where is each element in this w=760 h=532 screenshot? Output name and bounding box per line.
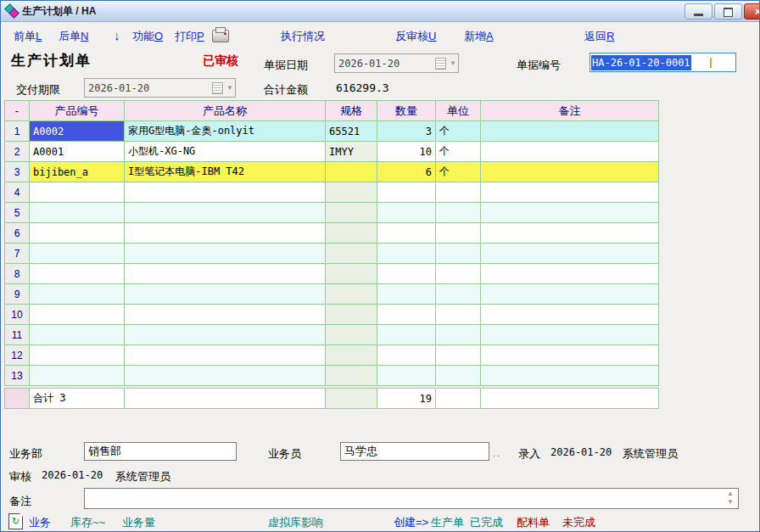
cell-note[interactable]	[481, 244, 659, 264]
cell-product-code[interactable]: A0001	[30, 142, 125, 162]
row-number[interactable]: 8	[5, 264, 30, 284]
cell-unit[interactable]	[436, 305, 481, 325]
cell-unit[interactable]	[436, 345, 481, 366]
link-business-volume[interactable]: 业务量	[122, 515, 155, 530]
link-create[interactable]: 创建=>	[394, 515, 428, 530]
toolbar-add-new[interactable]: 新增A	[464, 29, 494, 44]
cell-unit[interactable]: 个	[436, 162, 481, 182]
close-button[interactable]: ×	[744, 3, 760, 20]
cell-product-code[interactable]: bijiben_a	[30, 162, 125, 182]
cell-product-code[interactable]	[30, 366, 125, 386]
cell-product-code[interactable]	[30, 325, 125, 345]
cell-note[interactable]	[481, 182, 659, 203]
cell-spec[interactable]	[326, 162, 377, 182]
cell-qty[interactable]	[377, 264, 436, 284]
row-number[interactable]: 4	[5, 182, 30, 203]
cell-spec[interactable]	[326, 182, 377, 203]
cell-note[interactable]	[481, 345, 659, 366]
row-number[interactable]: 1	[5, 121, 30, 142]
cell-qty[interactable]	[377, 244, 436, 264]
cell-unit[interactable]	[436, 203, 481, 223]
cell-qty[interactable]: 10	[377, 142, 436, 162]
link-inventory[interactable]: 库存~~	[70, 515, 105, 530]
cell-qty[interactable]	[377, 325, 436, 345]
row-number[interactable]: 12	[5, 345, 30, 366]
row-number[interactable]: 9	[5, 284, 30, 305]
cell-note[interactable]	[481, 142, 659, 162]
refresh-doc-icon[interactable]: ↻	[8, 513, 23, 529]
cell-unit[interactable]	[436, 366, 481, 386]
row-number[interactable]: 2	[5, 142, 30, 162]
cell-product-name[interactable]	[125, 345, 326, 366]
cell-note[interactable]	[481, 264, 659, 284]
cell-note[interactable]	[481, 284, 659, 305]
col-header-rownum[interactable]: -	[5, 101, 30, 121]
cell-product-name[interactable]	[125, 366, 326, 386]
cell-spec[interactable]	[326, 325, 377, 345]
col-header-product-code[interactable]: 产品编号	[30, 101, 125, 121]
cell-product-code[interactable]	[30, 284, 125, 305]
cell-product-name[interactable]	[125, 264, 326, 284]
cell-unit[interactable]	[436, 325, 481, 345]
cell-product-name[interactable]	[125, 284, 326, 305]
browse-dots[interactable]: ..	[493, 448, 501, 458]
cell-product-name[interactable]	[125, 325, 326, 345]
chevron-down-icon[interactable]: ▼	[226, 84, 233, 92]
cell-product-code[interactable]	[30, 182, 125, 203]
deadline-field[interactable]: 2026-01-20 ▼	[84, 78, 236, 98]
row-number[interactable]: 3	[5, 162, 30, 182]
cell-note[interactable]	[481, 121, 659, 142]
cell-spec[interactable]	[326, 366, 377, 386]
cell-spec[interactable]	[326, 203, 377, 223]
cell-note[interactable]	[481, 305, 659, 325]
cell-spec[interactable]	[326, 345, 377, 366]
row-number[interactable]: 6	[5, 223, 30, 244]
toolbar-print[interactable]: 打印P	[175, 29, 204, 44]
cell-product-code[interactable]	[30, 244, 125, 264]
person-input[interactable]	[340, 442, 489, 461]
cell-note[interactable]	[481, 325, 659, 345]
toolbar-function[interactable]: 功能O	[132, 29, 163, 44]
cell-product-code[interactable]	[30, 345, 125, 366]
row-number[interactable]: 7	[5, 244, 30, 264]
cell-product-name[interactable]	[125, 305, 326, 325]
cell-note[interactable]	[481, 223, 659, 244]
link-production-order[interactable]: 生产单	[431, 515, 464, 530]
link-business[interactable]: 业务	[29, 515, 51, 530]
cell-spec[interactable]	[326, 284, 377, 305]
toolbar-exec-status[interactable]: 执行情况	[281, 29, 325, 44]
col-header-spec[interactable]: 规格	[326, 101, 377, 121]
note-input[interactable]	[85, 489, 719, 508]
row-number[interactable]: 5	[5, 203, 30, 223]
cell-spec[interactable]: 65521	[326, 121, 377, 142]
cell-qty[interactable]	[377, 366, 436, 386]
calendar-icon[interactable]	[435, 58, 446, 70]
cell-note[interactable]	[481, 162, 659, 182]
link-not-completed[interactable]: 未完成	[562, 515, 595, 530]
cell-spec[interactable]	[326, 223, 377, 244]
cell-product-name[interactable]: I型笔记本电脑-IBM T42	[125, 162, 326, 182]
cell-product-name[interactable]	[125, 182, 326, 203]
cell-qty[interactable]	[377, 182, 436, 203]
cell-product-name[interactable]: 家用G型电脑-金奥-onlyit	[125, 121, 326, 142]
cell-product-code[interactable]	[30, 305, 125, 325]
cell-spec[interactable]	[326, 305, 377, 325]
dept-input[interactable]	[84, 442, 237, 461]
cell-qty[interactable]	[377, 284, 436, 305]
cell-qty[interactable]	[377, 345, 436, 366]
cell-spec[interactable]	[326, 264, 377, 284]
doc-no-input[interactable]: HA-26-01-20-0001	[590, 53, 736, 72]
link-ingredient-order[interactable]: 配料单	[517, 515, 550, 530]
toolbar-unaudit[interactable]: 反审核U	[395, 29, 436, 44]
cell-qty[interactable]: 6	[377, 162, 436, 182]
cell-qty[interactable]	[377, 203, 436, 223]
cell-unit[interactable]: 个	[436, 121, 481, 142]
col-header-product-name[interactable]: 产品名称	[125, 101, 326, 121]
cell-product-code[interactable]: A0002	[30, 121, 125, 142]
cell-product-code[interactable]	[30, 223, 125, 244]
cell-product-code[interactable]	[30, 203, 125, 223]
col-header-unit[interactable]: 单位	[436, 101, 481, 121]
col-header-note[interactable]: 备注	[481, 101, 659, 121]
cell-unit[interactable]	[436, 284, 481, 305]
cell-unit[interactable]: 个	[436, 142, 481, 162]
